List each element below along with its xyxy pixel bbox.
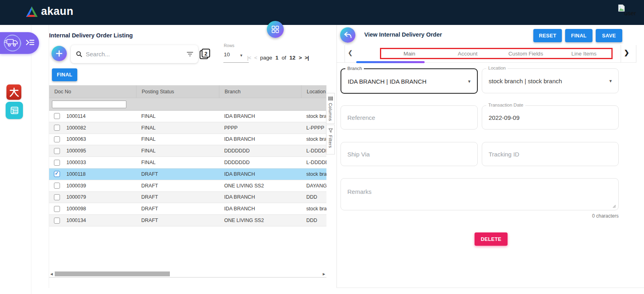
next-page-button[interactable]: >	[299, 55, 301, 61]
doc-no-cell: 1000118	[66, 171, 86, 177]
table-side-strip: Columns Filters	[326, 93, 335, 155]
detail-tab[interactable]: Main	[380, 45, 439, 62]
rows-caret-icon[interactable]: ▼	[239, 53, 243, 58]
prev-page-button[interactable]: <	[254, 55, 257, 61]
table-row[interactable]: 1000114 FINAL IDA BRANCH stock branch	[49, 111, 326, 122]
scroll-right-arrow[interactable]: ▶	[323, 272, 325, 276]
location-cell: L-DDDDDDD	[301, 160, 326, 165]
resize-handle-icon[interactable]	[612, 204, 616, 208]
back-button[interactable]	[340, 27, 355, 43]
table-row[interactable]: 1000033 FINAL DDDDDDD L-DDDDDDD	[49, 157, 326, 169]
detail-tab[interactable]: Line Items	[555, 45, 613, 62]
search-input[interactable]	[86, 51, 184, 58]
row-checkbox[interactable]	[54, 136, 60, 142]
location-cell: L-PPPP	[301, 125, 326, 131]
rows-select-underline	[223, 62, 249, 63]
col-header-doc-no[interactable]: Doc No	[49, 85, 136, 98]
table-row[interactable]: 1000118 DRAFT IDA BRANCH stock branch	[49, 169, 326, 180]
row-checkbox[interactable]	[54, 125, 60, 131]
posting-status-cell: FINAL	[136, 148, 219, 154]
delivery-truck-icon	[1, 33, 24, 53]
location-caret-icon[interactable]: ▼	[609, 79, 613, 83]
row-checkbox[interactable]	[54, 160, 60, 166]
filters-tab-label: Filters	[328, 135, 333, 148]
posting-status-cell: FINAL	[136, 160, 219, 165]
horizontal-scrollbar[interactable]: ◀ ▶	[50, 271, 326, 277]
table-row[interactable]: 1000039 DRAFT ONE LIVING SS2 DAYANGTES	[49, 180, 326, 192]
col-header-branch[interactable]: Branch	[219, 85, 301, 98]
reference-input-field[interactable]: Reference	[341, 105, 478, 130]
duplicate-pages-icon[interactable]: 2	[199, 48, 211, 60]
active-module-pill[interactable]	[0, 32, 39, 54]
detail-tab[interactable]: Account	[439, 45, 497, 62]
rows-per-page-select[interactable]: 10	[224, 51, 230, 58]
posting-status-cell: FINAL	[136, 136, 219, 142]
remarks-placeholder: Remarks	[347, 188, 372, 195]
transaction-date-field[interactable]: Transaction Date 2022-09-09	[482, 105, 619, 130]
of-word: of	[282, 55, 286, 61]
branch-cell: DDDDDDD	[219, 148, 301, 154]
doc-no-cell: 1000098	[66, 206, 86, 212]
add-button[interactable]	[52, 46, 67, 61]
location-field-label: Location	[486, 66, 508, 70]
final-filter-button[interactable]: FINAL	[52, 68, 77, 81]
user-menu[interactable]: user	[617, 3, 642, 19]
col-header-location[interactable]: Location	[301, 85, 326, 98]
row-checkbox[interactable]	[54, 194, 60, 200]
table-row[interactable]: 1000095 FINAL DDDDDDD L-DDDDDDD	[49, 145, 326, 157]
branch-cell: IDA BRANCH	[219, 206, 301, 212]
detail-tab[interactable]: Custom Fields	[497, 45, 555, 62]
table-row[interactable]: 1000079 DRAFT IDA BRANCH DDD	[49, 192, 326, 204]
save-button[interactable]: SAVE	[596, 29, 622, 42]
table-row[interactable]: 1000098 DRAFT IDA BRANCH stock branch	[49, 203, 326, 215]
transaction-date-value: 2022-09-09	[489, 114, 520, 121]
reset-button[interactable]: RESET	[533, 29, 562, 42]
table-row[interactable]: 1000063 FINAL IDA BRANCH stock branch	[49, 134, 326, 146]
page-word: page	[260, 55, 272, 61]
collapse-menu-icon	[26, 39, 35, 46]
filter-lines-icon[interactable]	[187, 51, 193, 57]
filters-side-tab[interactable]: Filters	[326, 125, 335, 154]
akaun-logo[interactable]: akaun	[26, 5, 74, 18]
row-checkbox[interactable]	[54, 218, 60, 224]
row-checkbox[interactable]	[54, 206, 60, 212]
sidebar-item-bigledger[interactable]	[6, 84, 21, 100]
branch-cell: IDA BRANCH	[219, 136, 301, 142]
doc-no-cell: 1000063	[66, 136, 86, 142]
tabs-scroll-right-chevron[interactable]: ❯	[624, 49, 629, 56]
doc-no-filter-input[interactable]	[52, 101, 126, 108]
col-header-posting-status[interactable]: Posting Status	[136, 85, 219, 98]
row-checkbox[interactable]	[54, 171, 60, 177]
doc-no-cell: 1000079	[66, 194, 86, 200]
search-box	[71, 45, 198, 63]
scrollbar-thumb[interactable]	[55, 271, 170, 276]
tabs-scroll-left-chevron[interactable]: ❮	[348, 49, 353, 56]
remarks-textarea-field[interactable]: Remarks	[341, 178, 619, 210]
doc-no-cell: 1000082	[66, 125, 86, 131]
last-page-button[interactable]: >|	[305, 55, 309, 61]
svg-text:2: 2	[204, 51, 207, 57]
row-checkbox[interactable]	[54, 113, 60, 119]
ship-via-input-field[interactable]: Ship Via	[341, 142, 478, 166]
location-cell: L-DDDDDDD	[301, 148, 326, 154]
location-select-field[interactable]: Location stock branch | stock branch ▼	[482, 68, 619, 93]
app-root: akaun user	[0, 0, 644, 294]
search-icon	[76, 51, 83, 58]
row-checkbox[interactable]	[54, 183, 60, 189]
first-page-button[interactable]: |<	[247, 55, 251, 61]
columns-icon	[328, 97, 333, 101]
branch-select-field[interactable]: Branch IDA BRANCH | IDA BRANCH ▼	[341, 68, 478, 94]
branch-field-value: IDA BRANCH | IDA BRANCH	[348, 78, 427, 84]
row-checkbox[interactable]	[54, 148, 60, 154]
tracking-id-input-field[interactable]: Tracking ID	[482, 142, 619, 166]
table-row[interactable]: 1000082 FINAL PPPP L-PPPP	[49, 122, 326, 134]
sidebar-item-listing[interactable]	[6, 102, 23, 119]
branch-caret-icon[interactable]: ▼	[467, 79, 471, 83]
columns-side-tab[interactable]: Columns	[326, 93, 335, 124]
detail-title: View Internal Delivery Order	[364, 31, 442, 38]
grid-view-button[interactable]	[267, 21, 284, 38]
final-button[interactable]: FINAL	[565, 29, 592, 42]
scroll-left-arrow[interactable]: ◀	[50, 272, 53, 276]
table-row[interactable]: 1000134 DRAFT ONE LIVING SS2 DDD	[49, 215, 326, 226]
delete-button[interactable]: DELETE	[475, 232, 508, 246]
